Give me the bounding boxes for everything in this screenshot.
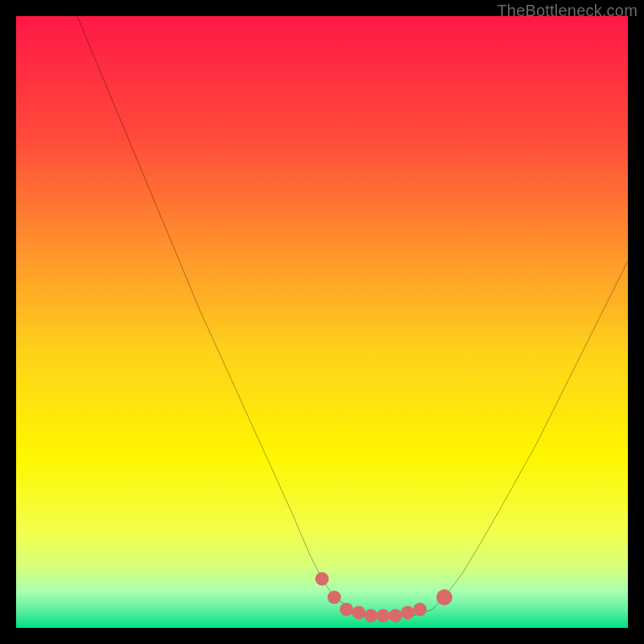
bottleneck-curve: [77, 16, 628, 616]
curve-marker: [340, 603, 353, 617]
curve-markers: [316, 572, 452, 622]
curve-marker: [352, 606, 365, 620]
watermark: TheBottleneck.com: [497, 2, 638, 20]
curve-layer: [16, 16, 628, 628]
curve-marker: [436, 589, 452, 605]
curve-marker: [413, 603, 427, 617]
plot-area: [16, 16, 628, 628]
curve-marker: [401, 606, 415, 620]
curve-marker: [316, 572, 329, 586]
curve-marker: [364, 609, 378, 622]
curve-marker: [377, 609, 390, 622]
curve-marker: [328, 591, 341, 605]
curve-marker: [389, 609, 402, 622]
chart-stage: TheBottleneck.com: [0, 0, 644, 644]
